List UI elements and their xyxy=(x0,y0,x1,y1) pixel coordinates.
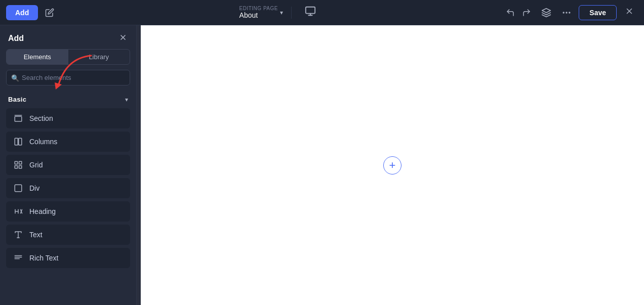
svg-marker-3 xyxy=(542,8,551,12)
chevron-down-icon: ▾ xyxy=(280,9,283,16)
section-icon xyxy=(13,114,23,123)
editing-page-dropdown[interactable]: EDITING PAGE About ▾ xyxy=(239,6,283,19)
element-item-rich-text[interactable]: Rich Text xyxy=(6,248,130,268)
close-button[interactable] xyxy=(621,5,638,20)
svg-point-4 xyxy=(563,12,565,13)
heading-icon xyxy=(13,207,23,216)
svg-rect-14 xyxy=(15,138,18,145)
monitor-icon xyxy=(305,6,316,17)
svg-rect-17 xyxy=(19,161,22,164)
element-item-text[interactable]: Text xyxy=(6,225,130,245)
element-label-text: Text xyxy=(29,231,43,239)
svg-rect-19 xyxy=(19,166,22,168)
more-options-icon xyxy=(561,8,572,18)
element-label-div: Div xyxy=(29,184,39,192)
grid-icon xyxy=(13,160,23,169)
search-wrapper: 🔍 xyxy=(6,70,130,85)
basic-section-label: Basic xyxy=(8,96,26,103)
svg-rect-0 xyxy=(306,7,315,14)
scroll-track xyxy=(137,25,141,305)
svg-rect-20 xyxy=(15,185,22,192)
editing-page-info: EDITING PAGE About xyxy=(239,6,278,19)
basic-section-header[interactable]: Basic ▾ xyxy=(6,92,130,108)
search-input[interactable] xyxy=(6,70,130,85)
main-layout: Add Elements Library 🔍 Basic ▾ xyxy=(0,25,644,305)
editing-page-label: EDITING PAGE xyxy=(239,6,278,11)
search-icon: 🔍 xyxy=(11,74,19,81)
element-label-grid: Grid xyxy=(29,161,43,169)
tab-elements[interactable]: Elements xyxy=(7,50,68,64)
svg-rect-12 xyxy=(15,116,22,121)
editing-page-name: About xyxy=(239,11,258,19)
svg-point-5 xyxy=(566,12,568,13)
canvas-content: + xyxy=(141,25,644,305)
redo-icon xyxy=(522,8,531,17)
redo-button[interactable] xyxy=(519,5,534,20)
close-icon xyxy=(625,7,634,16)
element-list: Section Columns xyxy=(6,108,130,273)
svg-rect-16 xyxy=(15,161,17,164)
save-button[interactable]: Save xyxy=(579,5,617,20)
element-label-heading: Heading xyxy=(29,207,56,215)
monitor-icon-button[interactable] xyxy=(300,3,321,22)
toolbar-separator xyxy=(291,7,292,19)
undo-button[interactable] xyxy=(503,5,518,20)
toolbar: Add EDITING PAGE About ▾ xyxy=(0,0,644,25)
add-block-button[interactable]: + xyxy=(383,156,401,175)
sidebar-title: Add xyxy=(8,34,24,43)
element-item-columns[interactable]: Columns xyxy=(6,132,130,152)
svg-rect-15 xyxy=(19,138,22,145)
sidebar-close-button[interactable] xyxy=(118,32,128,44)
edit-icon xyxy=(45,8,54,17)
element-item-div[interactable]: Div xyxy=(6,178,130,198)
tab-library[interactable]: Library xyxy=(68,50,130,64)
section-group: Basic ▾ Section xyxy=(0,92,136,305)
section-chevron-icon: ▾ xyxy=(125,96,128,103)
tab-group: Elements Library xyxy=(6,49,130,65)
layers-button[interactable] xyxy=(538,5,554,21)
add-button[interactable]: Add xyxy=(6,5,38,20)
div-icon xyxy=(13,184,23,193)
undo-icon xyxy=(506,8,515,17)
svg-point-6 xyxy=(569,12,570,13)
layers-icon xyxy=(541,8,551,18)
toolbar-center: EDITING PAGE About ▾ xyxy=(239,3,321,22)
columns-icon xyxy=(13,137,23,146)
toolbar-left: Add xyxy=(6,5,57,20)
element-item-heading[interactable]: Heading xyxy=(6,201,130,222)
svg-rect-18 xyxy=(15,166,17,168)
undo-redo-group xyxy=(503,5,534,20)
element-label-section: Section xyxy=(29,114,53,122)
element-item-grid[interactable]: Grid xyxy=(6,155,130,175)
element-label-rich-text: Rich Text xyxy=(29,254,58,262)
edit-icon-button[interactable] xyxy=(42,5,57,20)
sidebar-close-icon xyxy=(119,33,127,41)
sidebar: Add Elements Library 🔍 Basic ▾ xyxy=(0,25,137,305)
element-item-section[interactable]: Section xyxy=(6,108,130,128)
more-options-button[interactable] xyxy=(558,5,575,21)
text-icon xyxy=(13,230,23,239)
rich-text-icon xyxy=(13,253,23,263)
element-label-columns: Columns xyxy=(29,138,57,146)
sidebar-header: Add xyxy=(0,25,136,49)
canvas-area: + xyxy=(141,25,644,305)
toolbar-right: Save xyxy=(503,5,638,21)
